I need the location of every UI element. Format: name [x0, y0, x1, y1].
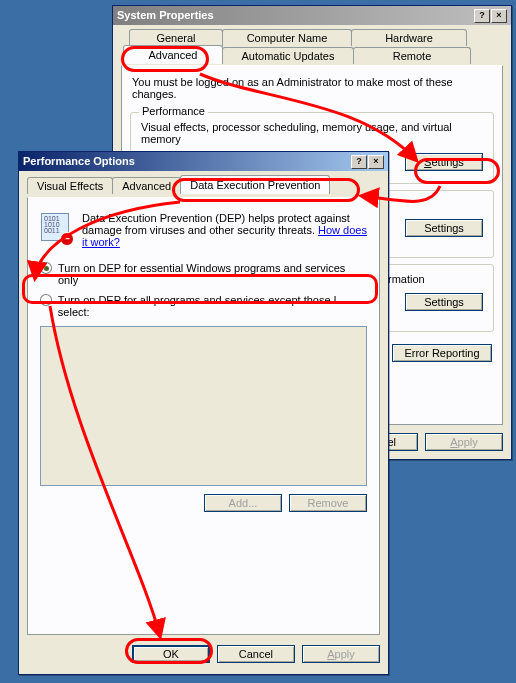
user-profiles-settings-button[interactable]: Settings [405, 219, 483, 237]
system-properties-title: System Properties [117, 6, 214, 25]
tab-hardware[interactable]: Hardware [351, 29, 467, 46]
perfopt-help-icon[interactable]: ? [351, 155, 367, 169]
startup-recovery-settings-button[interactable]: Settings [405, 293, 483, 311]
tab-computer-name[interactable]: Computer Name [222, 29, 352, 46]
dep-description: Data Execution Prevention (DEP) helps pr… [82, 212, 367, 248]
help-icon[interactable]: ? [474, 9, 490, 23]
performance-options-window: Performance Options ? × Visual Effects A… [18, 151, 389, 675]
dep-remove-button[interactable]: Remove [289, 494, 367, 512]
performance-settings-button[interactable]: Settings [405, 153, 483, 171]
dep-exclusion-list [40, 326, 367, 486]
dep-radio-essential-label: Turn on DEP for essential Windows progra… [58, 262, 367, 286]
performance-options-titlebar[interactable]: Performance Options ? × [19, 152, 388, 171]
admin-note: You must be logged on as an Administrato… [122, 76, 502, 106]
dep-radio-essential[interactable]: Turn on DEP for essential Windows progra… [40, 262, 367, 286]
dep-radio-all[interactable]: Turn on DEP for all programs and service… [40, 294, 367, 318]
dep-radio-all-label: Turn on DEP for all programs and service… [58, 294, 367, 318]
radio-icon [40, 262, 52, 274]
perfopt-cancel-button[interactable]: Cancel [217, 645, 295, 663]
dep-add-button[interactable]: Add... [204, 494, 282, 512]
sysprop-apply-button[interactable]: Apply [425, 433, 503, 451]
tab-visual-effects[interactable]: Visual Effects [27, 177, 113, 194]
tab-advanced[interactable]: Advanced [123, 45, 223, 64]
error-reporting-button[interactable]: Error Reporting [392, 344, 492, 362]
system-properties-titlebar[interactable]: System Properties ? × [113, 6, 511, 25]
tab-dep[interactable]: Data Execution Prevention [180, 175, 330, 194]
radio-icon [40, 294, 52, 306]
tab-remote[interactable]: Remote [353, 47, 471, 64]
performance-group-title: Performance [139, 105, 208, 117]
performance-text: Visual effects, processor scheduling, me… [141, 121, 483, 145]
performance-options-title: Performance Options [23, 152, 135, 171]
close-icon[interactable]: × [491, 9, 507, 23]
tab-general[interactable]: General [129, 29, 223, 46]
perfopt-ok-button[interactable]: OK [132, 645, 210, 663]
tab-perf-advanced[interactable]: Advanced [112, 177, 181, 194]
tab-automatic-updates[interactable]: Automatic Updates [222, 47, 354, 64]
dep-shield-icon: 010110100011 – [40, 212, 72, 244]
perfopt-apply-button[interactable]: Apply [302, 645, 380, 663]
perfopt-close-icon[interactable]: × [368, 155, 384, 169]
